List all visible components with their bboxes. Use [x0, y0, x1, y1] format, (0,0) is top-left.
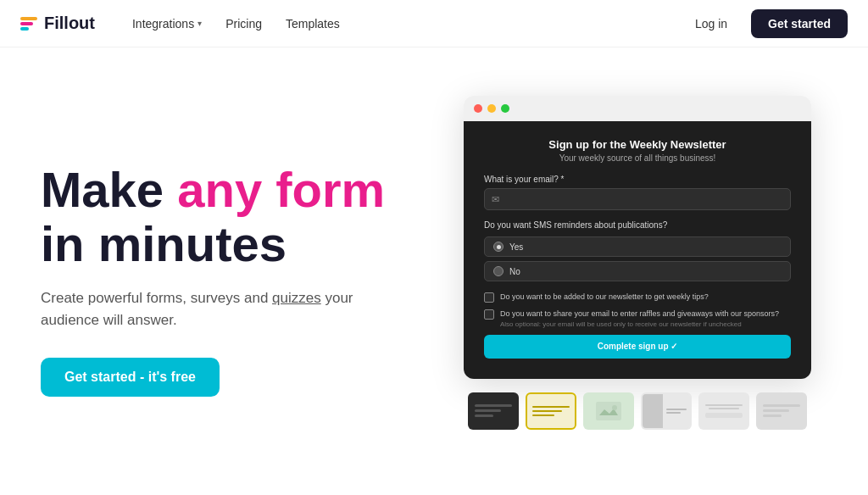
checkbox-1-label: Do you want to be added to our newslette… [500, 292, 709, 303]
email-input[interactable]: ✉ [484, 188, 791, 210]
nav-integrations[interactable]: Integrations ▾ [122, 12, 212, 36]
email-icon: ✉ [492, 194, 499, 205]
nav-integrations-label: Integrations [132, 17, 194, 31]
radio-no-dot [493, 266, 504, 276]
hero-subtext: Create powerful forms, surveys and quizz… [41, 287, 380, 331]
thumb-6-line-2 [763, 409, 789, 412]
sms-question: Do you want SMS reminders about publicat… [484, 220, 791, 230]
thumb-5[interactable] [698, 392, 749, 430]
thumb-6-inner [758, 394, 805, 428]
thumb-2-inner [527, 394, 575, 428]
thumb-4-left [643, 394, 663, 428]
form-preview: Sign up for the Weekly Newsletter Your w… [464, 121, 811, 379]
thumb-4[interactable] [641, 392, 692, 430]
dot-green [501, 104, 509, 113]
thumb-2-active[interactable] [526, 392, 576, 430]
thumb-1-lines [470, 399, 517, 422]
checkbox-2-label: Do you want to share your email to enter… [500, 309, 779, 320]
thumb-4-inner [643, 394, 690, 428]
thumb-5-block [705, 413, 743, 418]
logo[interactable]: Fillout [20, 14, 95, 33]
thumb-6[interactable] [756, 392, 807, 430]
sms-no-label: No [509, 267, 520, 276]
svg-point-1 [612, 405, 617, 410]
checkbox-row-1: Do you want to be added to our newslette… [484, 292, 791, 303]
headline-highlight: any form [177, 162, 385, 217]
checkbox-2-hint: Also optional: your email will be used o… [500, 320, 779, 328]
navbar: Fillout Integrations ▾ Pricing Templates… [0, 0, 868, 47]
radio-yes-dot [493, 242, 504, 252]
thumb-5-lines [705, 404, 743, 418]
thumbnail-strip [468, 392, 807, 430]
thumb-3[interactable] [583, 392, 634, 430]
thumb-2-line-3 [532, 414, 554, 416]
thumb-1[interactable] [468, 392, 519, 430]
form-submit-button[interactable]: Complete sign up ✓ [484, 335, 791, 359]
checkbox-2[interactable] [484, 309, 494, 320]
thumb-1-line-1 [475, 404, 512, 407]
thumb-5-line-1 [705, 404, 743, 406]
nav-links: Integrations ▾ Pricing Templates [122, 12, 682, 36]
sms-option-yes[interactable]: Yes [484, 236, 791, 257]
thumb-4-line-1 [666, 409, 687, 410]
thumb-4-right [663, 394, 690, 428]
sms-option-no[interactable]: No [484, 261, 791, 281]
hero-headline: Make any form in minutes [41, 163, 448, 271]
headline-part2: in minutes [41, 216, 287, 271]
hero-cta-button[interactable]: Get started - it's free [41, 358, 220, 397]
main-content: Make any form in minutes Create powerful… [0, 47, 868, 495]
login-button[interactable]: Log in [682, 10, 741, 37]
get-started-nav-button[interactable]: Get started [751, 9, 848, 38]
thumb-2-line-1 [532, 406, 570, 408]
nav-templates-label: Templates [286, 17, 340, 31]
checkbox-row-2: Do you want to share your email to enter… [484, 309, 791, 328]
nav-pricing-label: Pricing [225, 17, 262, 31]
sms-yes-label: Yes [509, 242, 523, 252]
dot-red [474, 104, 482, 113]
checkbox-1-text: Do you want to be added to our newslette… [500, 292, 709, 303]
logo-text: Fillout [44, 14, 95, 33]
form-title: Sign up for the Weekly Newsletter [484, 138, 791, 151]
checkbox-1[interactable] [484, 292, 494, 303]
thumb-2-lines [527, 401, 575, 421]
form-subtitle: Your weekly source of all things busines… [484, 153, 791, 163]
quizzes-link[interactable]: quizzes [272, 290, 321, 306]
nav-actions: Log in Get started [682, 9, 848, 38]
browser-bar [464, 96, 811, 121]
dot-yellow [487, 104, 496, 113]
browser-mockup: Sign up for the Weekly Newsletter Your w… [464, 96, 811, 379]
checkbox-2-text: Do you want to share your email to enter… [500, 309, 779, 328]
thumb-4-split [643, 394, 690, 428]
thumb-2-line-2 [532, 410, 562, 412]
thumb-6-line-3 [763, 414, 782, 417]
headline-part1: Make [41, 162, 177, 217]
nav-pricing[interactable]: Pricing [215, 12, 272, 36]
sms-radio-group: Yes No [484, 236, 791, 281]
thumb-1-line-2 [475, 409, 501, 412]
image-icon [596, 402, 621, 420]
thumb-6-line-1 [763, 404, 800, 407]
hero-subtext-before: Create powerful forms, surveys and [41, 290, 272, 306]
email-label: What is your email? * [484, 175, 791, 184]
right-panel: Sign up for the Weekly Newsletter Your w… [448, 47, 827, 495]
thumb-5-line-2 [709, 408, 739, 409]
thumb-3-inner [585, 394, 632, 428]
thumb-1-line-3 [475, 414, 493, 417]
thumb-6-lines [758, 399, 805, 422]
thumb-1-inner [470, 394, 517, 428]
chevron-down-icon: ▾ [198, 19, 202, 28]
thumb-4-line-2 [666, 412, 681, 414]
nav-templates[interactable]: Templates [275, 12, 350, 36]
svg-rect-0 [596, 402, 621, 420]
hero-section: Make any form in minutes Create powerful… [41, 146, 448, 398]
thumb-5-inner [700, 394, 748, 428]
logo-icon [20, 17, 37, 31]
